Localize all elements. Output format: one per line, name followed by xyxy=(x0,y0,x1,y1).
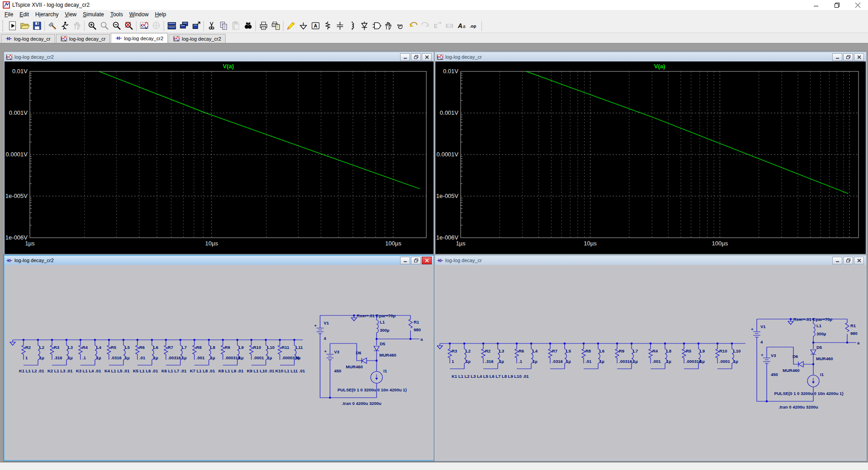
value-L8[interactable]: 1µ xyxy=(210,355,215,360)
app-restore-button[interactable] xyxy=(826,0,847,10)
app-close-button[interactable] xyxy=(847,0,868,10)
component-R2-L2[interactable]: R21L21µ xyxy=(22,339,44,365)
value-I1-pulse[interactable]: PULSE(0 1 0 3200u 0 10n 4200u 1) xyxy=(774,391,843,396)
value-R2[interactable]: .316 xyxy=(485,359,494,364)
drag-button[interactable] xyxy=(395,20,407,32)
tile-vertical-button[interactable] xyxy=(178,20,190,32)
value-R1[interactable]: 980 xyxy=(414,327,421,332)
app-minimize-button[interactable] xyxy=(806,0,826,10)
label-V1[interactable]: V1 xyxy=(324,320,329,325)
label-R3[interactable]: R3 xyxy=(452,348,457,353)
label-V3[interactable]: V3 xyxy=(771,353,776,358)
label-R9[interactable]: R9 xyxy=(619,348,624,353)
value-L4[interactable]: 1µ xyxy=(96,355,101,360)
label-L6[interactable]: L6 xyxy=(599,348,604,353)
value-L1[interactable]: 300µ xyxy=(380,328,389,333)
capacitor-button[interactable] xyxy=(334,20,346,32)
resistor-button[interactable] xyxy=(321,20,334,32)
child-minimize-button[interactable] xyxy=(832,53,842,61)
model-D6[interactable]: MUR460 xyxy=(783,368,800,373)
value-V1[interactable]: 4 xyxy=(324,336,326,341)
tran-directive[interactable]: .tran 0 4200u 3200u xyxy=(778,404,818,409)
label-R2[interactable]: R2 xyxy=(25,345,31,350)
value-R3[interactable]: .316 xyxy=(54,355,62,360)
run-button[interactable] xyxy=(6,20,19,32)
spice-directive-button[interactable]: .op xyxy=(468,20,480,32)
child-close-button[interactable] xyxy=(854,257,864,264)
value-L7[interactable]: 1µ xyxy=(633,359,638,364)
value-R8[interactable]: .001 xyxy=(196,355,205,360)
label-button[interactable]: A xyxy=(309,20,321,32)
v1-plus[interactable]: + xyxy=(751,327,754,332)
v3-plus[interactable]: + xyxy=(324,349,327,354)
control-panel-button[interactable] xyxy=(46,20,58,32)
value-L3[interactable]: 1µ xyxy=(68,355,73,360)
label-R10[interactable]: R10 xyxy=(719,348,727,353)
value-R5[interactable]: .000316 xyxy=(686,359,701,364)
value-R10[interactable]: .0001 xyxy=(253,355,264,360)
drive-circuit[interactable]: +V14Rser=.01 Cpar=70pL1300µR1980aD5MUR46… xyxy=(751,317,860,409)
value-L9[interactable]: 1µ xyxy=(239,355,244,360)
waveform-plot-plot_cr[interactable]: 0.01V0.001V0.0001V1e-005V1e-006V1µs10µs1… xyxy=(435,61,864,252)
model-D5[interactable]: MUR460 xyxy=(379,352,396,357)
tab-log-log-decay_cr-0[interactable]: log-log decay_cr xyxy=(1,34,55,43)
window-content[interactable]: 0.01V0.001V0.0001V1e-005V1e-006V1µs10µs1… xyxy=(5,61,434,254)
value-R7[interactable]: .0316 xyxy=(552,359,563,364)
component-button[interactable] xyxy=(370,20,382,32)
label-V1[interactable]: V1 xyxy=(760,324,766,329)
value-R4[interactable]: .001 xyxy=(652,359,661,364)
component-R7-L7[interactable]: R7.00316L71µ xyxy=(164,339,187,365)
window-titlebar[interactable]: log-log decay_cr xyxy=(435,256,866,265)
component-R8-L8[interactable]: R8.001L81µ xyxy=(193,339,215,365)
menu-simulate[interactable]: Simulate xyxy=(80,10,107,19)
component-R5-L5[interactable]: R5.0316L51µ xyxy=(107,339,130,365)
label-L9[interactable]: L9 xyxy=(700,348,705,353)
child-close-button[interactable] xyxy=(422,53,432,61)
value-I1-pulse[interactable]: PULSE(0 1 0 3200u 0 10n 4200u 1) xyxy=(337,387,406,392)
label-L9[interactable]: L9 xyxy=(239,345,244,350)
value-R9[interactable]: .00316 xyxy=(619,359,632,364)
halt-button[interactable] xyxy=(58,20,71,32)
edit-button[interactable] xyxy=(285,20,297,32)
k-coupling-directive[interactable]: K9 L1 L10 .01 xyxy=(247,368,274,373)
print-button[interactable] xyxy=(257,20,269,32)
value-L6[interactable]: 1µ xyxy=(599,359,604,364)
value-V1[interactable]: 4 xyxy=(760,339,763,344)
cascade-button[interactable] xyxy=(190,20,202,32)
component-R6-L4[interactable]: R6.1L41µ xyxy=(515,343,538,369)
value-L11[interactable]: 1µ xyxy=(296,355,301,360)
label-D5[interactable]: D5 xyxy=(380,341,386,346)
window-content[interactable]: R31L21µR2.316L31µR6.1L41µR7.0316L51µR8.0… xyxy=(435,265,866,460)
zoom-in-button[interactable] xyxy=(86,20,98,32)
value-L4[interactable]: 1µ xyxy=(533,359,538,364)
label-D5[interactable]: D5 xyxy=(816,345,822,350)
component-R4-L8[interactable]: R4.001L81µ xyxy=(649,343,671,369)
v3-plus[interactable]: + xyxy=(761,352,764,357)
ground-button[interactable] xyxy=(297,20,309,32)
print-preview-button[interactable] xyxy=(269,20,282,32)
menu-edit[interactable]: Edit xyxy=(16,10,32,19)
label-I1[interactable]: I1 xyxy=(383,368,387,373)
label-L10[interactable]: L10 xyxy=(733,348,741,353)
label-L2[interactable]: L2 xyxy=(466,348,471,353)
label-L4[interactable]: L4 xyxy=(533,348,538,353)
component-R7-L5[interactable]: R7.0316L51µ xyxy=(548,343,571,369)
label-R8[interactable]: R8 xyxy=(585,348,591,353)
label-L2[interactable]: L2 xyxy=(39,345,44,350)
child-minimize-button[interactable] xyxy=(832,257,842,264)
component-R10-L10[interactable]: R10.0001L101µ xyxy=(250,339,274,365)
label-L7[interactable]: L7 xyxy=(182,345,187,350)
menu-view[interactable]: View xyxy=(61,10,80,19)
k-coupling-directive[interactable]: K10 L1 L11 .01 xyxy=(275,368,305,373)
undo-button[interactable] xyxy=(407,20,419,32)
label-R9[interactable]: R9 xyxy=(225,345,230,350)
label-L6[interactable]: L6 xyxy=(153,345,158,350)
tab-log-log-decay_cr2-2[interactable]: log-log decay_cr2 xyxy=(111,33,168,43)
label-R2[interactable]: R2 xyxy=(485,348,491,353)
menu-file[interactable]: File xyxy=(1,10,16,19)
tile-horizontal-button[interactable] xyxy=(165,20,178,32)
drive-circuit[interactable]: +V14Rser=.01 Cpar=70pL1300µR1980aD5MUR46… xyxy=(314,313,423,406)
label-R3[interactable]: R3 xyxy=(54,345,59,350)
component-R3-L2[interactable]: R31L21µ xyxy=(448,343,471,369)
value-R10[interactable]: .0001 xyxy=(719,359,730,364)
